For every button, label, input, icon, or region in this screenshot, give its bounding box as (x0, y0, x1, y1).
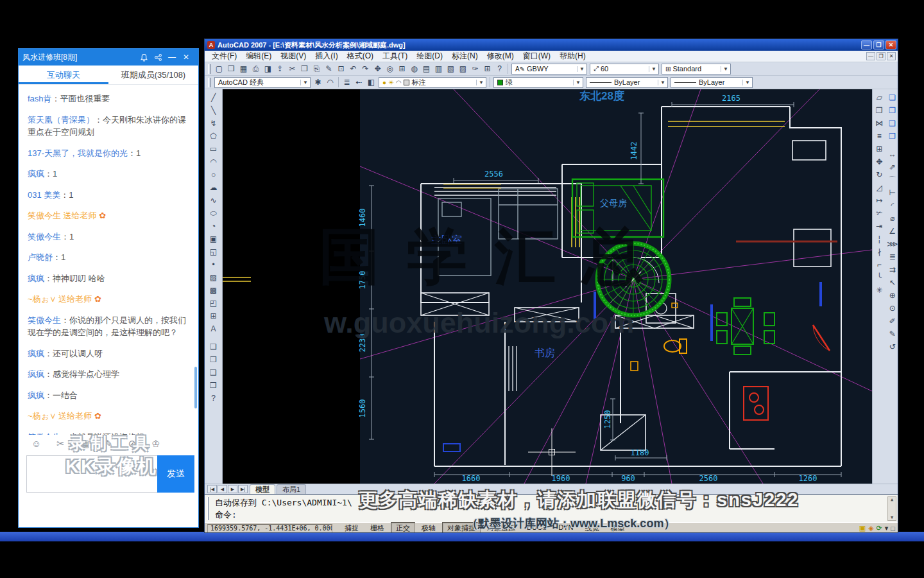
dim-center-mark-icon[interactable]: ⊙ (886, 302, 898, 315)
layer-previous-icon[interactable]: ⇠ (353, 76, 365, 88)
line-icon[interactable]: ╱ (207, 91, 220, 104)
pan-icon[interactable]: ✥ (372, 63, 384, 74)
dim-radius-icon[interactable]: ◜ (886, 199, 898, 212)
menu-item-5[interactable]: 工具(T) (378, 51, 412, 62)
region-icon[interactable]: ◰ (207, 297, 220, 310)
emoticon-icon[interactable]: ☺ (31, 439, 41, 448)
markup-icon[interactable]: ✑ (469, 63, 481, 74)
menu-item-4[interactable]: 格式(O) (343, 51, 378, 62)
explode-icon[interactable]: ✳ (873, 284, 886, 297)
open-icon[interactable]: ❒ (225, 63, 237, 74)
linetype-dropdown[interactable]: ByLayer▼ (586, 77, 668, 88)
paste-icon[interactable]: ⎘ (311, 63, 323, 74)
chat-input[interactable] (26, 455, 160, 493)
gradient-icon[interactable]: ▩ (207, 284, 220, 297)
annotation-scale-icon[interactable]: ▣ (859, 524, 866, 532)
layer-properties-icon[interactable]: ≣ (341, 76, 353, 88)
workspace-settings-icon[interactable]: ✱ (312, 76, 324, 88)
point-icon[interactable]: • (207, 258, 220, 271)
rotate-icon[interactable]: ↻ (873, 168, 886, 181)
status-toggle-对象捕捉[interactable]: 对象捕捉 (442, 522, 481, 533)
block-editor-icon[interactable]: ⊡ (335, 63, 347, 74)
extend-icon[interactable]: ⇥ (873, 220, 886, 232)
image-icon[interactable]: ▦ (80, 439, 89, 448)
sheetset-manager-icon[interactable]: ▨ (457, 63, 469, 74)
status-toggle-模型[interactable]: 模型 (605, 522, 629, 533)
dim-update-icon[interactable]: ↺ (886, 340, 898, 353)
zoom-previous-icon[interactable]: ◍ (408, 63, 420, 74)
status-toggle-极轴[interactable]: 极轴 (416, 522, 441, 533)
minimize-icon[interactable]: — (165, 52, 179, 62)
tab-layout1[interactable]: 布局1 (277, 484, 306, 494)
dim-angular-icon[interactable]: ∠ (886, 225, 898, 238)
stretch-icon[interactable]: ↦ (873, 194, 886, 207)
table-style-dropdown[interactable]: ⊞ Standard▼ (662, 64, 731, 74)
tab-prev-icon[interactable]: ◀ (218, 485, 227, 493)
move-icon[interactable]: ✥ (873, 155, 886, 168)
rectangle-icon[interactable]: ▭ (207, 143, 220, 155)
dim-text-edit-icon[interactable]: ✎ (886, 328, 898, 340)
doc-restore-icon[interactable]: ❐ (877, 52, 886, 60)
close-button[interactable]: ✕ (886, 40, 896, 49)
redo-icon[interactable]: ↷ (359, 63, 372, 74)
trim-icon[interactable]: ✃ (873, 207, 886, 220)
clean-screen-icon[interactable]: □ (891, 525, 895, 532)
menu-item-8[interactable]: 修改(M) (483, 51, 518, 62)
restore-button[interactable]: ❐ (873, 40, 884, 49)
qnew-icon[interactable]: ▢ (213, 63, 225, 74)
gift-icon[interactable]: ♔ (151, 439, 160, 448)
tab-first-icon[interactable]: |◀ (207, 485, 217, 493)
plot-preview-icon[interactable]: ◨ (262, 63, 274, 74)
status-toggle-DYN[interactable]: DYN (553, 522, 578, 533)
status-toggle-正交[interactable]: 正交 (391, 522, 415, 533)
status-toggle-DUCS[interactable]: DUCS (522, 522, 552, 533)
lock-icon[interactable]: ◈ (868, 524, 873, 532)
dim-edit-icon[interactable]: ✐ (886, 315, 898, 328)
tab-last-icon[interactable]: ▶| (238, 485, 248, 493)
status-toggle-对象追踪[interactable]: 对象追踪 (482, 522, 520, 533)
spline-icon[interactable]: ∿ (207, 194, 220, 207)
menu-item-0[interactable]: 文件(F) (207, 51, 241, 62)
share-icon[interactable] (151, 52, 165, 62)
help-icon[interactable]: ? (493, 63, 506, 74)
edit-icon[interactable]: ✎ (105, 439, 113, 448)
update-icon[interactable]: ⟳ (877, 524, 882, 532)
arc-icon[interactable]: ◠ (207, 155, 220, 168)
multiline-text-icon[interactable]: A (207, 322, 220, 335)
lineweight-dropdown[interactable]: ByLayer▼ (671, 77, 753, 88)
command-grip[interactable] (207, 497, 209, 520)
tab-class-members[interactable]: 班期成员(35/108) (108, 66, 198, 84)
inquiry-icon[interactable]: ? (207, 392, 220, 405)
workspace-dropdown[interactable]: AutoCAD 经典▼ (214, 77, 311, 88)
status-toggle-线宽[interactable]: 线宽 (579, 522, 604, 533)
chat-message-list[interactable]: fash肯：平面也很重要策天凰（青深果）：今天刚和朱冰讲你的课重点在于空间规划1… (19, 85, 198, 435)
send-button[interactable]: 发送 (157, 455, 194, 493)
qcalc-icon[interactable]: ⊞ (481, 63, 493, 74)
save-icon[interactable]: ▦ (237, 63, 250, 74)
viewport-clip-icon[interactable]: ❒ (886, 130, 898, 143)
tab-next-icon[interactable]: ▶ (228, 485, 237, 493)
designcenter-icon[interactable]: ▥ (432, 63, 445, 74)
copy-object-icon[interactable]: ❐ (873, 104, 886, 117)
break-at-point-icon[interactable]: ¦ (873, 232, 886, 245)
dim-aligned-icon[interactable]: ⇗ (886, 161, 898, 173)
offset-icon[interactable]: ≡ (873, 130, 886, 143)
cut-icon[interactable]: ✂ (286, 63, 298, 74)
make-block-icon[interactable]: ◱ (207, 245, 220, 258)
dim-style-dropdown[interactable]: ⤢ 60▼ (590, 64, 659, 74)
circle-icon[interactable]: ○ (207, 168, 220, 181)
hatch-icon[interactable]: ▨ (207, 271, 220, 284)
menu-item-1[interactable]: 编辑(E) (241, 51, 276, 62)
construction-line-icon[interactable]: ╲ (207, 104, 220, 117)
properties-icon[interactable]: ▤ (420, 63, 432, 74)
layer-dropdown[interactable]: ● ☀ ◠ 标注▼ (379, 77, 486, 88)
draworder-below-icon[interactable]: ❒ (207, 379, 220, 392)
dim-continue-icon[interactable]: ⇉ (886, 263, 898, 276)
bell-icon[interactable] (137, 52, 151, 62)
menu-item-7[interactable]: 标注(N) (447, 51, 483, 62)
minimize-button[interactable]: — (861, 40, 872, 49)
viewport-join-icon[interactable]: ❑ (886, 117, 898, 130)
display-lock-icon[interactable]: ◠ (324, 76, 336, 88)
match-properties-icon[interactable]: ✎ (323, 63, 335, 74)
text-style-dropdown[interactable]: A✎ GBWY▼ (511, 64, 587, 74)
